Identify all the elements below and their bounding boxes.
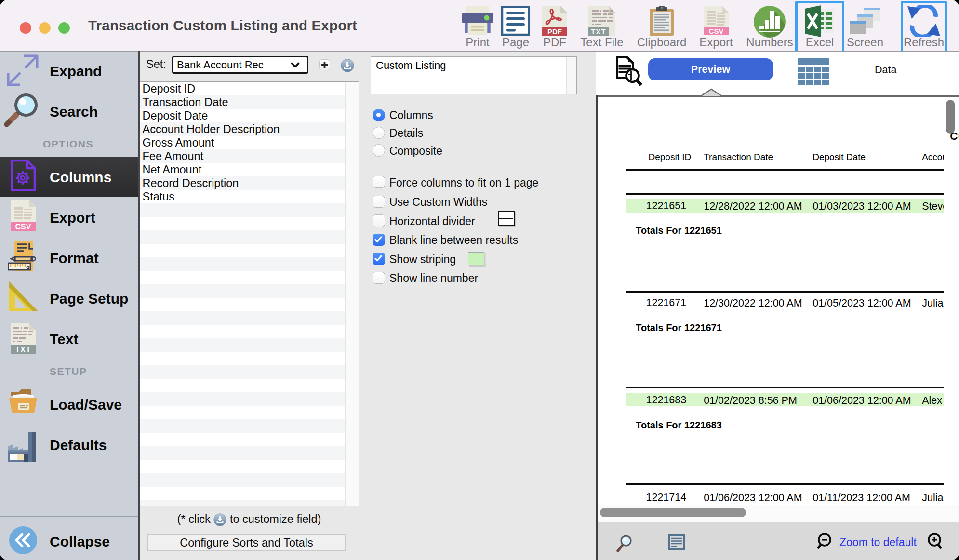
svg-text:CSV: CSV — [709, 27, 724, 35]
svg-text:CSV: CSV — [15, 223, 31, 231]
svg-text:TXT: TXT — [591, 27, 606, 36]
svg-text:PDF: PDF — [547, 27, 562, 36]
svg-text:TXT: TXT — [15, 346, 31, 354]
